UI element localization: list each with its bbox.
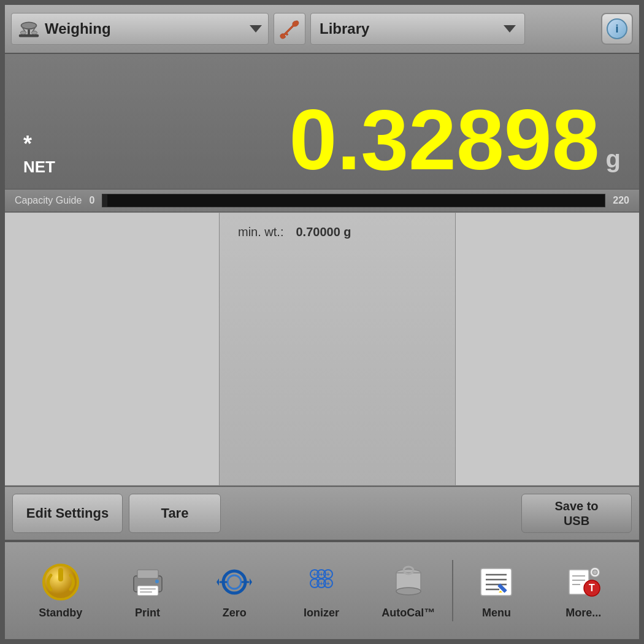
- tare-button[interactable]: Tare: [129, 494, 221, 533]
- svg-text:+: +: [326, 571, 330, 578]
- capacity-bar: [102, 194, 605, 207]
- ionizer-label: Ionizer: [304, 607, 339, 619]
- svg-point-6: [21, 31, 26, 34]
- svg-rect-0: [19, 34, 39, 37]
- weight-labels: * NET: [23, 133, 55, 183]
- nav-item-menu[interactable]: Menu: [453, 562, 540, 619]
- svg-text:T: T: [589, 583, 595, 593]
- min-wt-label: min. wt.:: [238, 225, 283, 239]
- nav-item-standby[interactable]: Standby: [17, 562, 104, 619]
- svg-point-8: [282, 35, 285, 38]
- svg-text:-: -: [313, 580, 315, 587]
- menu-icon-wrap: [477, 562, 516, 602]
- nav-item-autocal[interactable]: AutoCal™: [365, 562, 452, 619]
- capacity-min: 0: [89, 195, 94, 206]
- more-label: More...: [565, 607, 601, 619]
- weighing-dropdown[interactable]: Weighing: [11, 13, 269, 45]
- main-screen: Weighing Library i * NET 0.32898 g: [0, 0, 644, 644]
- ionizer-icon-wrap: + + + - + +: [302, 562, 341, 602]
- autocal-icon-wrap: [389, 562, 428, 602]
- save-usb-text: Save toUSB: [554, 499, 598, 528]
- info-button[interactable]: i: [601, 13, 633, 45]
- capacity-bar-fill: [102, 194, 107, 207]
- zero-label: Zero: [223, 607, 247, 619]
- button-bar: Edit Settings Tare Save toUSB: [5, 486, 639, 541]
- svg-text:+: +: [313, 571, 316, 578]
- svg-marker-21: [217, 578, 219, 586]
- svg-point-7: [32, 31, 37, 34]
- weighing-label: Weighing: [45, 20, 245, 37]
- nav-item-ionizer[interactable]: + + + - + + Ionizer: [278, 562, 365, 619]
- nav-item-more[interactable]: T More...: [540, 562, 627, 619]
- svg-rect-15: [140, 591, 152, 593]
- print-icon-wrap: [128, 562, 167, 602]
- wrench-icon: [279, 18, 300, 39]
- top-bar: Weighing Library i: [5, 5, 639, 54]
- autocal-label: AutoCal™: [381, 607, 435, 619]
- weight-value: 0.32898: [67, 97, 606, 183]
- table-middle-cell: min. wt.: 0.70000 g: [220, 213, 455, 485]
- save-to-usb-button[interactable]: Save toUSB: [521, 494, 632, 533]
- nav-item-print[interactable]: Print: [104, 562, 191, 619]
- min-wt-value: 0.70000 g: [296, 225, 351, 239]
- menu-icon: [477, 565, 515, 599]
- svg-point-3: [21, 22, 36, 29]
- scale-icon: [18, 18, 40, 40]
- net-label: NET: [23, 158, 55, 177]
- zero-icon-wrap: [215, 562, 254, 602]
- wrench-button[interactable]: [274, 13, 305, 45]
- edit-settings-button[interactable]: Edit Settings: [12, 494, 123, 533]
- svg-point-18: [228, 575, 241, 589]
- data-table: min. wt.: 0.70000 g: [5, 212, 639, 486]
- print-icon: [129, 565, 167, 599]
- svg-text:+: +: [320, 571, 323, 578]
- svg-text:+: +: [326, 580, 330, 587]
- print-label: Print: [135, 607, 160, 619]
- library-label: Library: [320, 20, 499, 37]
- bottom-nav: Standby Print: [5, 541, 639, 639]
- weighing-dropdown-arrow: [250, 25, 262, 33]
- library-dropdown[interactable]: Library: [310, 13, 525, 45]
- info-icon: i: [607, 18, 627, 39]
- weight-unit: g: [606, 145, 621, 183]
- table-right-cell: [455, 213, 639, 485]
- svg-text:+: +: [320, 580, 323, 587]
- svg-rect-14: [140, 588, 156, 590]
- ionizer-icon: + + + - + +: [302, 565, 340, 599]
- capacity-guide-label: Capacity Guide: [15, 195, 82, 206]
- more-icon: T: [564, 565, 602, 599]
- library-dropdown-arrow: [504, 25, 516, 33]
- table-left-cell: [5, 213, 220, 485]
- menu-label: Menu: [482, 607, 511, 619]
- autocal-icon: [389, 563, 427, 601]
- min-wt-row: min. wt.: 0.70000 g: [238, 225, 437, 239]
- svg-point-53: [592, 570, 597, 575]
- svg-marker-22: [250, 578, 252, 586]
- svg-rect-10: [58, 568, 63, 581]
- weight-display-area: * NET 0.32898 g: [5, 54, 639, 189]
- svg-rect-13: [137, 586, 158, 596]
- svg-point-16: [155, 580, 159, 583]
- capacity-max: 220: [613, 195, 629, 206]
- capacity-guide: Capacity Guide 0 220: [5, 189, 639, 212]
- zero-icon: [215, 565, 253, 599]
- svg-point-37: [396, 588, 421, 595]
- svg-rect-39: [481, 569, 512, 596]
- more-icon-wrap: T: [564, 562, 603, 602]
- standby-icon-wrap: [41, 562, 80, 602]
- nav-item-zero[interactable]: Zero: [191, 562, 278, 619]
- weight-asterisk: *: [23, 133, 32, 155]
- standby-label: Standby: [39, 607, 82, 619]
- standby-icon: [42, 563, 80, 601]
- svg-rect-12: [137, 570, 158, 578]
